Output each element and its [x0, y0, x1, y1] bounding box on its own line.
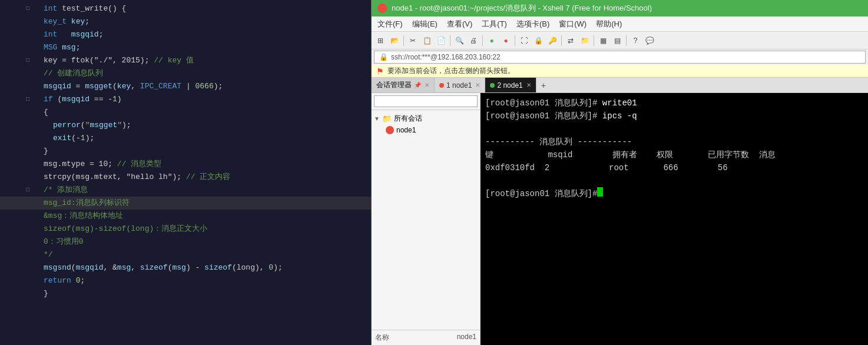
tab-node1-2[interactable]: 2 node1 ✕: [485, 78, 536, 92]
toolbar-copy[interactable]: 📋: [420, 34, 433, 47]
code-text-15: /* 添加消息: [41, 184, 371, 197]
term-spacer-2: [485, 174, 863, 187]
code-line-9: {: [0, 106, 371, 119]
window-title: node1 - root@jason01:~/projects/消息队列 - X…: [392, 3, 652, 14]
code-text-5: key = ftok("./", 2015); // key 值: [41, 54, 371, 67]
session-search-input[interactable]: [374, 95, 478, 107]
tree-item-node1[interactable]: node1: [374, 125, 478, 135]
code-text-13: msg.mtype = 10; // 消息类型: [41, 158, 371, 171]
code-line-3: int msgqid;: [0, 28, 371, 41]
address-bar: 🔒 ssh://root:***@192.168.203.160:22: [374, 51, 866, 64]
term-prompt-1: [root@jason01 消息队列]#: [485, 97, 597, 110]
term-line-1: [root@jason01 消息队列]# write01: [485, 97, 863, 110]
code-text-8: if (msgqid == -1): [41, 93, 371, 106]
fold-icon-8[interactable]: □: [24, 93, 32, 106]
toolbar-split[interactable]: ▦: [597, 34, 609, 47]
menu-file[interactable]: 文件(F): [374, 18, 406, 31]
code-text-3: int msgqid;: [41, 28, 371, 41]
menu-help[interactable]: 帮助(H): [592, 18, 625, 31]
fold-icon-5[interactable]: □: [24, 54, 32, 67]
tree-group-label: 所有会话: [394, 114, 422, 124]
session-panel: ▼ 📁 所有会话 node1 名称 node1: [372, 93, 481, 345]
menu-view[interactable]: 查看(V): [443, 18, 476, 31]
code-text-14: strcpy(msg.mtext, "hello lh"); // 正文内容: [41, 171, 371, 184]
menubar: 文件(F) 编辑(E) 查看(V) 工具(T) 选项卡(B) 窗口(W) 帮助(…: [372, 16, 868, 32]
menu-window[interactable]: 窗口(W): [555, 18, 590, 31]
menu-tabs[interactable]: 选项卡(B): [513, 18, 553, 31]
toolbar-find[interactable]: 🔍: [453, 34, 466, 47]
code-editor: □int test_write() {key_t key;int msgqid;…: [0, 0, 371, 345]
toolbar-connect[interactable]: ●: [485, 34, 498, 47]
toolbar-key[interactable]: 🔑: [546, 34, 559, 47]
code-text-22: return 0;: [41, 274, 371, 287]
code-line-15: □/* 添加消息: [0, 184, 371, 197]
app-icon: [377, 4, 387, 13]
code-text-21: msgsnd(msgqid, &msg, sizeof(msg) - sizeo…: [41, 261, 371, 274]
folder-icon: 📁: [382, 114, 392, 123]
term-line-2: [root@jason01 消息队列]# ipcs -q: [485, 110, 863, 122]
term-prompt-2: [root@jason01 消息队列]#: [485, 110, 597, 122]
session-search: [372, 93, 480, 110]
code-line-16: msg_id:消息队列标识符: [0, 197, 371, 210]
session-footer: 名称 node1: [372, 330, 480, 345]
node-icon: [386, 126, 394, 134]
code-line-20: */: [0, 248, 371, 261]
session-tab-close[interactable]: ✕: [425, 82, 429, 88]
code-line-17: &msg：消息结构体地址: [0, 210, 371, 223]
fold-icon-15[interactable]: □: [24, 184, 32, 197]
term-separator: ---------- 消息队列 -----------: [485, 135, 863, 148]
toolbar-transfer[interactable]: ⇄: [564, 34, 577, 47]
code-text-18: sizeof(msg)-sizeof(long)：消息正文大小: [41, 223, 371, 235]
menu-edit[interactable]: 编辑(E): [409, 18, 441, 31]
toolbar-chat[interactable]: 💬: [643, 34, 656, 47]
toolbar-fullscreen[interactable]: ⛶: [518, 34, 531, 47]
tab2-close[interactable]: ✕: [526, 82, 531, 88]
term-table-header: 键 msqid 拥有者 权限 已用字节数 消息: [485, 148, 863, 161]
info-arrow-icon: ⚑: [376, 67, 384, 76]
code-line-18: sizeof(msg)-sizeof(long)：消息正文大小: [0, 223, 371, 235]
code-line-5: □key = ftok("./", 2015); // key 值: [0, 54, 371, 67]
code-line-21: msgsnd(msgqid, &msg, sizeof(msg) - sizeo…: [0, 261, 371, 274]
code-text-20: */: [41, 248, 371, 261]
toolbar-print[interactable]: 🖨: [467, 34, 480, 47]
code-text-2: key_t key;: [41, 15, 371, 28]
code-line-4: MSG msg;: [0, 41, 371, 54]
footer-label: 名称: [375, 333, 389, 343]
xshell-main: ▼ 📁 所有会话 node1 名称 node1 [root@jason01 消息…: [372, 93, 868, 345]
tree-expand-icon: ▼: [374, 115, 380, 122]
tabs-row: 会话管理器 📌 ✕ 1 node1 ✕ 2 node1 ✕ +: [372, 78, 868, 93]
toolbar-new[interactable]: ⊞: [374, 34, 387, 47]
code-text-16: msg_id:消息队列标识符: [41, 197, 371, 210]
fold-icon-1[interactable]: □: [24, 2, 32, 15]
code-line-19: 0：习惯用0: [0, 235, 371, 248]
code-text-17: &msg：消息结构体地址: [41, 210, 371, 223]
code-line-7: msgqid = msgget(key, IPC_CREAT | 0666);: [0, 80, 371, 93]
session-tree: ▼ 📁 所有会话 node1: [372, 110, 480, 330]
term-table-row-text: 0xdf0310fd 2 root 666 56: [485, 161, 728, 174]
tab-node1-1[interactable]: 1 node1 ✕: [435, 78, 485, 92]
terminal-area[interactable]: [root@jason01 消息队列]# write01 [root@jason…: [481, 93, 868, 345]
code-text-4: MSG msg;: [41, 41, 371, 54]
code-text-10: perror("msgget");: [51, 119, 371, 132]
toolbar-sftp[interactable]: 📁: [578, 34, 591, 47]
code-line-23: }: [0, 287, 371, 300]
toolbar-cut[interactable]: ✂: [406, 34, 419, 47]
toolbar-open[interactable]: 📂: [388, 34, 401, 47]
tab1-close[interactable]: ✕: [475, 82, 480, 88]
address-text: ssh://root:***@192.168.203.160:22: [391, 53, 501, 61]
code-line-13: msg.mtype = 10; // 消息类型: [0, 158, 371, 171]
toolbar-paste[interactable]: 📄: [435, 34, 448, 47]
toolbar-disconnect[interactable]: ●: [499, 34, 512, 47]
code-text-1: int test_write() {: [41, 2, 371, 15]
term-cmd-2: ipcs -q: [597, 110, 637, 122]
menu-tools[interactable]: 工具(T): [478, 18, 511, 31]
toolbar-hsplit[interactable]: ▤: [611, 34, 624, 47]
code-line-11: exit(-1);: [0, 132, 371, 145]
tab-add-button[interactable]: +: [536, 78, 551, 92]
toolbar-help[interactable]: ?: [629, 34, 642, 47]
toolbar-lock[interactable]: 🔒: [532, 34, 545, 47]
tree-group-all[interactable]: ▼ 📁 所有会话: [374, 112, 478, 125]
pin-icon: 📌: [414, 82, 421, 88]
info-bar: ⚑ 要添加当前会话，点击左侧的箭头按钮。: [372, 65, 868, 78]
session-manager-tab[interactable]: 会话管理器 📌 ✕: [372, 78, 435, 92]
